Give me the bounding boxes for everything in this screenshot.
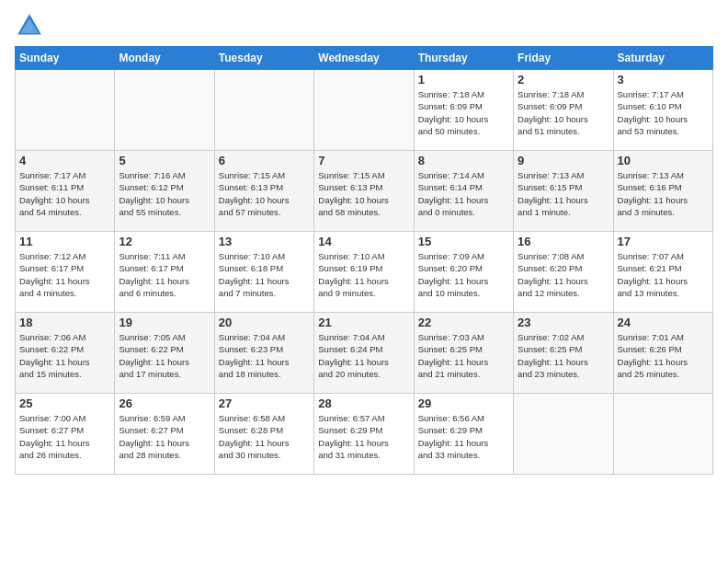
calendar-cell	[514, 394, 613, 475]
day-number: 22	[418, 316, 509, 329]
day-info: Sunrise: 7:04 AM Sunset: 6:24 PM Dayligh…	[318, 331, 409, 380]
day-number: 24	[618, 316, 709, 329]
calendar-cell: 5Sunrise: 7:16 AM Sunset: 6:12 PM Daylig…	[115, 151, 214, 232]
day-info: Sunrise: 7:07 AM Sunset: 6:21 PM Dayligh…	[618, 250, 709, 299]
calendar-header-friday: Friday	[514, 47, 613, 70]
day-number: 8	[418, 154, 509, 167]
day-number: 29	[418, 396, 509, 410]
day-number: 19	[119, 316, 210, 329]
day-info: Sunrise: 7:10 AM Sunset: 6:18 PM Dayligh…	[219, 250, 310, 299]
calendar-cell: 9Sunrise: 7:13 AM Sunset: 6:15 PM Daylig…	[514, 151, 613, 232]
day-info: Sunrise: 7:02 AM Sunset: 6:25 PM Dayligh…	[518, 331, 609, 380]
calendar-week-3: 11Sunrise: 7:12 AM Sunset: 6:17 PM Dayli…	[16, 232, 713, 313]
calendar-cell	[16, 70, 115, 151]
day-info: Sunrise: 7:16 AM Sunset: 6:12 PM Dayligh…	[119, 169, 210, 218]
calendar-cell: 1Sunrise: 7:18 AM Sunset: 6:09 PM Daylig…	[414, 70, 513, 151]
calendar-header-thursday: Thursday	[414, 47, 513, 70]
calendar-cell: 26Sunrise: 6:59 AM Sunset: 6:27 PM Dayli…	[115, 394, 214, 475]
calendar-header-saturday: Saturday	[613, 47, 712, 70]
day-info: Sunrise: 7:11 AM Sunset: 6:17 PM Dayligh…	[119, 250, 210, 299]
day-number: 6	[219, 154, 310, 167]
calendar: SundayMondayTuesdayWednesdayThursdayFrid…	[15, 46, 713, 475]
day-number: 18	[19, 316, 110, 329]
calendar-cell: 19Sunrise: 7:05 AM Sunset: 6:22 PM Dayli…	[115, 313, 214, 394]
day-number: 25	[19, 396, 110, 410]
calendar-cell	[314, 70, 414, 151]
logo	[15, 11, 46, 40]
calendar-cell: 24Sunrise: 7:01 AM Sunset: 6:26 PM Dayli…	[613, 313, 712, 394]
day-info: Sunrise: 7:04 AM Sunset: 6:23 PM Dayligh…	[219, 331, 310, 380]
day-number: 27	[219, 396, 310, 410]
day-info: Sunrise: 7:15 AM Sunset: 6:13 PM Dayligh…	[219, 169, 310, 218]
calendar-week-1: 1Sunrise: 7:18 AM Sunset: 6:09 PM Daylig…	[16, 70, 713, 151]
day-number: 21	[318, 316, 409, 329]
day-number: 2	[518, 73, 609, 86]
day-number: 16	[518, 235, 609, 248]
calendar-cell: 3Sunrise: 7:17 AM Sunset: 6:10 PM Daylig…	[613, 70, 712, 151]
calendar-cell: 16Sunrise: 7:08 AM Sunset: 6:20 PM Dayli…	[514, 232, 613, 313]
day-number: 5	[119, 154, 210, 167]
calendar-cell: 21Sunrise: 7:04 AM Sunset: 6:24 PM Dayli…	[314, 313, 414, 394]
day-number: 9	[518, 154, 609, 167]
day-number: 12	[119, 235, 210, 248]
calendar-header-monday: Monday	[115, 47, 214, 70]
calendar-cell: 12Sunrise: 7:11 AM Sunset: 6:17 PM Dayli…	[115, 232, 214, 313]
day-number: 11	[19, 235, 110, 248]
day-info: Sunrise: 7:06 AM Sunset: 6:22 PM Dayligh…	[19, 331, 110, 380]
day-info: Sunrise: 7:14 AM Sunset: 6:14 PM Dayligh…	[418, 169, 509, 218]
day-info: Sunrise: 7:15 AM Sunset: 6:13 PM Dayligh…	[318, 169, 409, 218]
calendar-cell: 4Sunrise: 7:17 AM Sunset: 6:11 PM Daylig…	[16, 151, 115, 232]
day-info: Sunrise: 7:12 AM Sunset: 6:17 PM Dayligh…	[19, 250, 110, 299]
calendar-cell: 27Sunrise: 6:58 AM Sunset: 6:28 PM Dayli…	[214, 394, 313, 475]
calendar-week-5: 25Sunrise: 7:00 AM Sunset: 6:27 PM Dayli…	[16, 394, 713, 475]
calendar-cell: 14Sunrise: 7:10 AM Sunset: 6:19 PM Dayli…	[314, 232, 414, 313]
day-info: Sunrise: 7:13 AM Sunset: 6:15 PM Dayligh…	[518, 169, 609, 218]
day-number: 7	[318, 154, 409, 167]
day-number: 28	[318, 396, 409, 410]
day-number: 10	[618, 154, 709, 167]
day-info: Sunrise: 6:59 AM Sunset: 6:27 PM Dayligh…	[119, 412, 210, 461]
day-number: 3	[618, 73, 709, 86]
day-number: 20	[219, 316, 310, 329]
calendar-cell: 10Sunrise: 7:13 AM Sunset: 6:16 PM Dayli…	[613, 151, 712, 232]
calendar-cell: 20Sunrise: 7:04 AM Sunset: 6:23 PM Dayli…	[214, 313, 313, 394]
day-number: 14	[318, 235, 409, 248]
calendar-cell: 17Sunrise: 7:07 AM Sunset: 6:21 PM Dayli…	[613, 232, 712, 313]
calendar-cell: 15Sunrise: 7:09 AM Sunset: 6:20 PM Dayli…	[414, 232, 513, 313]
day-info: Sunrise: 6:58 AM Sunset: 6:28 PM Dayligh…	[219, 412, 310, 461]
calendar-cell	[115, 70, 214, 151]
calendar-cell: 23Sunrise: 7:02 AM Sunset: 6:25 PM Dayli…	[514, 313, 613, 394]
calendar-cell	[214, 70, 313, 151]
day-info: Sunrise: 7:03 AM Sunset: 6:25 PM Dayligh…	[418, 331, 509, 380]
calendar-week-4: 18Sunrise: 7:06 AM Sunset: 6:22 PM Dayli…	[16, 313, 713, 394]
calendar-cell: 22Sunrise: 7:03 AM Sunset: 6:25 PM Dayli…	[414, 313, 513, 394]
day-info: Sunrise: 7:18 AM Sunset: 6:09 PM Dayligh…	[418, 88, 509, 137]
day-info: Sunrise: 7:05 AM Sunset: 6:22 PM Dayligh…	[119, 331, 210, 380]
day-number: 13	[219, 235, 310, 248]
logo-icon	[15, 11, 44, 40]
day-number: 17	[618, 235, 709, 248]
calendar-cell: 28Sunrise: 6:57 AM Sunset: 6:29 PM Dayli…	[314, 394, 414, 475]
calendar-header-wednesday: Wednesday	[314, 47, 414, 70]
day-number: 23	[518, 316, 609, 329]
day-info: Sunrise: 7:00 AM Sunset: 6:27 PM Dayligh…	[19, 412, 110, 461]
calendar-cell: 2Sunrise: 7:18 AM Sunset: 6:09 PM Daylig…	[514, 70, 613, 151]
calendar-header-tuesday: Tuesday	[214, 47, 313, 70]
calendar-week-2: 4Sunrise: 7:17 AM Sunset: 6:11 PM Daylig…	[16, 151, 713, 232]
calendar-cell: 11Sunrise: 7:12 AM Sunset: 6:17 PM Dayli…	[16, 232, 115, 313]
calendar-header-row: SundayMondayTuesdayWednesdayThursdayFrid…	[16, 47, 713, 70]
calendar-cell	[613, 394, 712, 475]
calendar-cell: 29Sunrise: 6:56 AM Sunset: 6:29 PM Dayli…	[414, 394, 513, 475]
day-info: Sunrise: 7:01 AM Sunset: 6:26 PM Dayligh…	[618, 331, 709, 380]
day-info: Sunrise: 7:18 AM Sunset: 6:09 PM Dayligh…	[518, 88, 609, 137]
day-info: Sunrise: 6:57 AM Sunset: 6:29 PM Dayligh…	[318, 412, 409, 461]
calendar-cell: 25Sunrise: 7:00 AM Sunset: 6:27 PM Dayli…	[16, 394, 115, 475]
day-info: Sunrise: 7:17 AM Sunset: 6:11 PM Dayligh…	[19, 169, 110, 218]
day-number: 15	[418, 235, 509, 248]
day-info: Sunrise: 7:09 AM Sunset: 6:20 PM Dayligh…	[418, 250, 509, 299]
day-info: Sunrise: 7:10 AM Sunset: 6:19 PM Dayligh…	[318, 250, 409, 299]
calendar-cell: 13Sunrise: 7:10 AM Sunset: 6:18 PM Dayli…	[214, 232, 313, 313]
day-number: 1	[418, 73, 509, 86]
calendar-cell: 7Sunrise: 7:15 AM Sunset: 6:13 PM Daylig…	[314, 151, 414, 232]
calendar-header-sunday: Sunday	[16, 47, 115, 70]
